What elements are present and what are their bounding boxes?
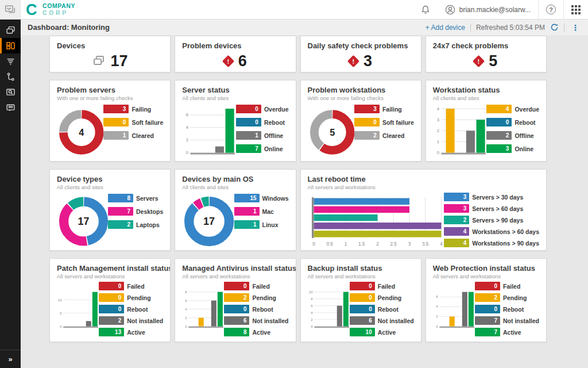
legend-item: 4 Workstations > 90 days	[444, 239, 539, 247]
card-title: Last reboot time	[308, 175, 540, 183]
svg-text:5: 5	[60, 312, 62, 315]
legend-label: Not installed	[503, 317, 539, 324]
page-header: Dashboard: Monitoring + Add device Refre…	[21, 20, 588, 35]
sidebar-item-devices[interactable]	[0, 22, 21, 38]
main-content: Devices 17Problem devices! 6Daily safety…	[21, 35, 588, 368]
legend-value-badge: 1	[234, 207, 260, 216]
donut-total: 4	[79, 127, 84, 137]
legend-label: Workstations > 90 days	[472, 240, 539, 247]
legend-item: 4 Overdue	[486, 105, 539, 113]
sidebar-item-dashboards[interactable]	[0, 38, 21, 53]
help-icon[interactable]: ?	[539, 0, 563, 19]
legend-value-badge: 0	[236, 118, 261, 126]
legend-value-badge: 3	[444, 204, 469, 213]
card-managed-antivirus-install-status[interactable]: Managed Antivirus install statusAll serv…	[175, 258, 296, 342]
svg-text:4: 4	[186, 125, 189, 130]
svg-text:6: 6	[186, 112, 188, 117]
card-daily-safety-check-problems[interactable]: Daily safety check problems! 3	[300, 36, 421, 72]
card-subtitle: All servers and workstations	[57, 273, 163, 279]
donut-chart: 4	[59, 103, 103, 161]
donut-total: 17	[203, 216, 215, 227]
legend-item: 1 Mac	[234, 207, 289, 216]
stat-body: ! 5	[433, 52, 539, 70]
svg-text:0: 0	[437, 150, 439, 155]
card-title: Backup install status	[308, 264, 414, 273]
legend-item: 3 Servers > 30 days	[444, 193, 539, 201]
card-patch-management-install-status[interactable]: Patch Management install statusAll serve…	[49, 258, 171, 342]
alert-diamond-icon: !	[347, 55, 359, 67]
svg-text:10: 10	[58, 298, 62, 302]
chart-body: 01234 4 Overdue 0 Reboot 2 Offline 3 Onl…	[433, 103, 539, 160]
card-problem-workstations[interactable]: Problem workstationsWith one or more fai…	[300, 80, 421, 162]
card-backup-install-status[interactable]: Backup install statusAll servers and wor…	[300, 258, 421, 342]
filter-icon	[6, 56, 16, 66]
card-title: Managed Antivirus install status	[182, 264, 288, 273]
user-menu[interactable]: brian.mackie@solarw...	[438, 0, 538, 19]
legend-label: Not installed	[252, 317, 288, 324]
legend-value-badge: 7	[475, 328, 500, 336]
notifications-bell-icon[interactable]	[413, 0, 438, 19]
legend-item: 8 Active	[224, 328, 288, 336]
kebab-menu-icon[interactable]: ⋮	[570, 23, 581, 32]
app-window-icon[interactable]	[0, 0, 21, 19]
card-devices[interactable]: Devices 17	[49, 36, 171, 72]
legend-label: Linux	[262, 221, 278, 228]
svg-text:0: 0	[186, 150, 188, 155]
company-logo[interactable]: C c COMPANY CORP	[26, 2, 75, 18]
sidebar-item-checks[interactable]	[0, 53, 21, 69]
logo-corp: CORP	[42, 10, 75, 16]
legend-value-badge: 0	[99, 282, 124, 290]
legend-item: 2 Offline	[486, 131, 539, 140]
svg-text:2: 2	[437, 128, 439, 133]
legend-item: 2 Servers > 90 days	[444, 216, 539, 224]
card-device-types[interactable]: Device typesAll clients and sites 17 8 S…	[49, 169, 171, 251]
svg-text:0: 0	[436, 325, 438, 328]
legend-label: Failing	[131, 106, 151, 113]
legend-item: 7 Not installed	[475, 316, 539, 325]
legend: 3 Failing 0 Soft failure 2 Cleared	[354, 103, 414, 140]
card-24x7-check-problems[interactable]: 24x7 check problems! 5	[425, 36, 547, 72]
sidebar: »	[0, 20, 21, 368]
card-title: 24x7 check problems	[433, 41, 539, 50]
chart-body: 02468 0 Failed 2 Pending 0 Reboot 6 Not …	[182, 281, 288, 339]
legend-label: Reboot	[514, 119, 535, 126]
legend-item: 0 Failed	[224, 282, 288, 290]
legend-label: Failed	[127, 283, 144, 290]
legend-item: 0 Reboot	[99, 305, 163, 313]
card-workstation-status[interactable]: Workstation statusAll clients and sites0…	[425, 80, 547, 162]
sidebar-item-remote-search[interactable]	[0, 85, 21, 100]
logo-text: COMPANY CORP	[42, 3, 75, 16]
legend: 8 Servers 7 Desktops 2 Laptops	[108, 192, 163, 229]
legend-item: 2 Cleared	[354, 131, 414, 140]
refresh-icon[interactable]	[550, 23, 559, 32]
alert-diamond-icon: !	[222, 55, 234, 67]
card-last-reboot-time[interactable]: Last reboot timeAll servers and workstat…	[300, 169, 547, 251]
page-title: Dashboard: Monitoring	[28, 23, 110, 32]
legend-value-badge: 3	[354, 105, 380, 113]
legend-value-badge: 3	[444, 193, 469, 201]
card-devices-by-main-os[interactable]: Devices by main OSAll clients and sites …	[175, 169, 296, 251]
card-web-protection-install-status[interactable]: Web Protection install statusAll servers…	[425, 258, 547, 342]
card-server-status[interactable]: Server statusAll clients and sites0246 0…	[175, 80, 296, 162]
sidebar-item-network[interactable]	[0, 69, 21, 85]
svg-text:8: 8	[185, 290, 188, 294]
legend-value-badge: 4	[444, 239, 469, 247]
sidebar-expand-chevrons[interactable]: »	[0, 350, 21, 368]
legend-item: 4 Workstations > 60 days	[444, 227, 539, 236]
legend: 0 Failed 0 Pending 0 Reboot 6 Not instal…	[350, 281, 414, 336]
legend-value-badge: 2	[475, 293, 500, 302]
svg-text:1: 1	[437, 139, 439, 144]
card-subtitle: With one or more failing checks	[57, 95, 163, 101]
legend-label: Active	[378, 329, 396, 336]
sidebar-item-reports[interactable]	[0, 100, 21, 116]
card-problem-devices[interactable]: Problem devices! 6	[175, 36, 296, 72]
legend-label: Active	[252, 329, 270, 336]
app-grid-icon[interactable]	[564, 0, 588, 19]
legend-value-badge: 6	[224, 316, 249, 325]
legend-item: 1 Offline	[236, 131, 289, 140]
add-device-button[interactable]: + Add device	[425, 24, 465, 32]
legend-value-badge: 1	[103, 131, 129, 140]
legend-label: Not installed	[378, 317, 414, 324]
card-problem-servers[interactable]: Problem serversWith one or more failing …	[49, 80, 171, 162]
legend-label: Active	[127, 329, 145, 336]
